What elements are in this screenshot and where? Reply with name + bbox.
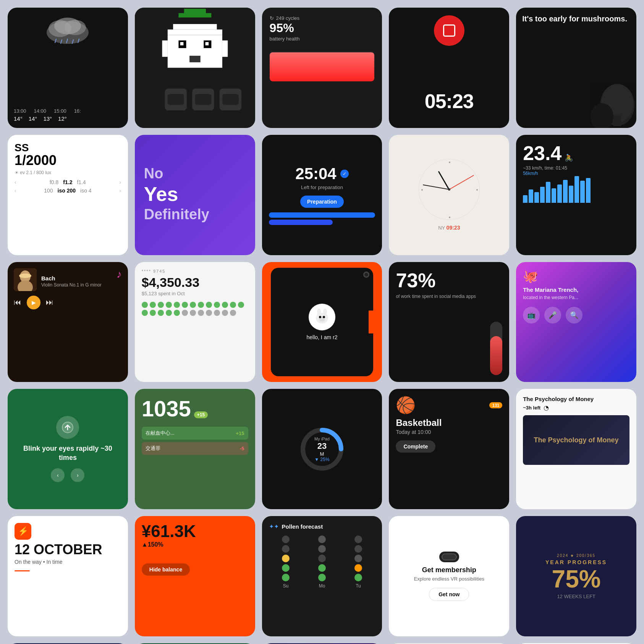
rewind-button[interactable]: ⏮	[14, 298, 21, 307]
temp-1: 14°	[14, 115, 23, 122]
temp-3: 13°	[43, 115, 52, 122]
book-title: The Psychology of Money	[523, 396, 594, 403]
dot-10	[214, 302, 220, 308]
pollen-dot-su-5	[282, 574, 290, 581]
svg-rect-19	[189, 56, 201, 62]
card-storage: My iPad 23 M ▼ 25%	[262, 389, 382, 509]
dot-1	[142, 302, 148, 308]
dot-7	[190, 302, 196, 308]
storage-unit-label: M	[314, 451, 330, 456]
mariana-tv-button[interactable]: 📺	[523, 307, 540, 324]
timer-bar-container	[269, 212, 375, 225]
bar-11	[580, 181, 585, 203]
time-1300: 13:00	[14, 108, 26, 114]
dot-2	[150, 302, 156, 308]
screen-time-label: of work time spent in social media apps	[396, 293, 476, 300]
r2-inner: hello, I am r2	[271, 268, 373, 376]
cycling-bars	[523, 180, 591, 203]
pollen-dot-mo-3	[318, 555, 326, 562]
date-sub: On the way • In time	[15, 559, 63, 565]
svg-point-37	[449, 162, 450, 163]
dot-9	[206, 302, 212, 308]
bar-2	[529, 189, 533, 203]
analog-clock	[419, 159, 480, 220]
dot-25	[230, 310, 236, 316]
mariana-emoji-icon: 🐙	[523, 269, 538, 283]
book-time-left: ~3h left	[523, 405, 540, 411]
card-finance: **** 9745 $4,350.33 $5,123 spent in Oct	[135, 262, 255, 382]
mariana-controls: 📺 🎤 🔍	[523, 307, 583, 324]
cloud-area	[8, 11, 128, 46]
time-1400: 14:00	[34, 108, 47, 114]
camera-settings: ‹ f0.8 f1.2 f1.4 › ‹ 100 iso 200 iso 4 ›	[15, 179, 121, 196]
dot-22	[206, 310, 212, 316]
yen-amount: ¥61.3K	[142, 523, 196, 540]
pollen-dot-tu-5	[354, 574, 362, 581]
r2-logo	[309, 304, 335, 330]
aperture-row: ‹ f0.8 f1.2 f1.4 ›	[15, 179, 121, 185]
card-pollen: ✦✦ Pollen forecast Su Mo	[262, 516, 382, 636]
poll-option-yes: Yes	[144, 183, 178, 205]
weather-temp-row: 14° 14° 13° 12°	[14, 115, 67, 122]
dot-14	[142, 310, 148, 316]
storage-device-label: My iPad	[314, 436, 330, 441]
storage-ring: My iPad 23 M ▼ 25%	[299, 426, 345, 472]
basketball-title: Basketball	[396, 417, 442, 428]
r2-hello-text: hello, I am r2	[307, 334, 338, 340]
dot-13	[238, 302, 244, 308]
stats-item-1: 在献血中心... +15	[142, 427, 248, 440]
pollen-dot-tu-2	[354, 545, 362, 553]
poll-option-definitely: Definitely	[144, 207, 209, 223]
blink-eye-icon	[56, 416, 79, 439]
dot-3	[158, 302, 164, 308]
dot-24	[222, 310, 228, 316]
svg-rect-14	[222, 40, 228, 57]
blink-prev-button[interactable]: ‹	[51, 468, 65, 482]
card-book: The Psychology of Money ~3h left ◔ The P…	[516, 389, 636, 509]
pollen-dot-su-4	[282, 564, 290, 572]
mariana-mic-button[interactable]: 🎤	[544, 307, 561, 324]
blink-navigation: ‹ ›	[51, 468, 84, 482]
pollen-dot-tu-1	[354, 536, 362, 543]
play-button[interactable]: ▶	[27, 296, 40, 309]
year-progress-percent: 75%	[552, 567, 601, 591]
battery-percent: 95%	[270, 21, 294, 35]
fast-forward-button[interactable]: ⏭	[46, 298, 53, 307]
card-timer-blue: 25:04 ✓ Left for preparation Preparation	[262, 135, 382, 255]
vr-get-button[interactable]: Get now	[429, 588, 469, 601]
chevron-right-iso-icon: ›	[119, 188, 121, 194]
storage-center-info: My iPad 23 M ▼ 25%	[314, 436, 330, 462]
cycling-sub: ~33 km/h, time: 01:45	[523, 165, 567, 171]
card-r2: hello, I am r2	[262, 262, 382, 382]
timer-time-display: 05:23	[425, 90, 474, 113]
pollen-title: Pollen forecast	[282, 523, 323, 530]
arrow-up-icon	[61, 421, 74, 434]
card-basketball: 🏀 131 Basketball Today at 10:00 Complete	[389, 389, 509, 509]
pollen-dot-mo-5	[318, 574, 326, 581]
timer-label: Left for preparation	[301, 184, 343, 190]
storage-pct: ▼ 25%	[314, 456, 330, 462]
stats-item-1-label: 在献血中心...	[146, 430, 175, 437]
mariana-search-button[interactable]: 🔍	[566, 307, 583, 324]
stats-item-2: 交通罪 -5	[142, 442, 248, 455]
music-note-icon: ♪	[117, 268, 122, 280]
timer-blue-time: 25:04	[295, 165, 336, 183]
mushroom-illustration	[568, 82, 636, 128]
time-1500: 15:00	[54, 108, 66, 114]
svg-rect-34	[613, 115, 621, 126]
cycling-speed: 23.4	[523, 142, 561, 165]
battery-bars	[270, 48, 375, 81]
card-battery: ↻ 249 cycles 95% battery health	[262, 8, 382, 128]
svg-rect-36	[599, 123, 605, 127]
blink-next-button[interactable]: ›	[71, 468, 84, 482]
basketball-complete-button[interactable]: Complete	[396, 440, 435, 453]
stats-item-1-change: +15	[236, 430, 244, 436]
bar-8	[563, 180, 568, 203]
date-lightning-icon-container: ⚡	[15, 523, 31, 540]
cycling-unit-icon: 🚴	[565, 154, 573, 162]
battery-sync-icon: ↻	[270, 15, 274, 21]
storage-size-value: 23	[314, 441, 330, 451]
bach-portrait-icon	[14, 268, 37, 291]
cloud-icon	[41, 11, 94, 46]
hide-balance-button[interactable]: Hide balance	[142, 563, 190, 576]
